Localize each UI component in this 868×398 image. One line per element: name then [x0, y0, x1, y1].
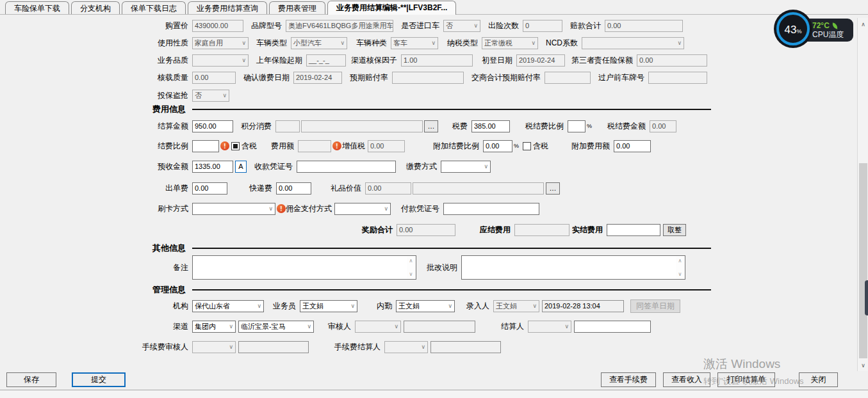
- settle-amount-input[interactable]: 950.00: [192, 120, 233, 132]
- actual-fee-label: 实结费用: [572, 225, 603, 235]
- save-button[interactable]: 保存: [6, 372, 56, 387]
- checkbox-checked-mark: [233, 144, 238, 148]
- express-fee-input[interactable]: 0.00: [276, 182, 311, 195]
- tab-download-log[interactable]: 保单下载日志: [122, 1, 186, 14]
- org-select[interactable]: 保代山东省 ∨: [192, 300, 264, 312]
- express-fee-label: 快递费: [249, 183, 272, 194]
- scrollbar-up-icon[interactable]: ∧: [858, 19, 868, 29]
- vehicle-type-value: 小型汽车: [293, 38, 322, 49]
- tax-type-select[interactable]: 正常缴税 ∨: [482, 37, 538, 49]
- tab-fee-settle-query[interactable]: 业务费用结算查询: [188, 1, 267, 14]
- amount-a-button[interactable]: A: [235, 161, 247, 173]
- fee-ratio-label: 结费比例: [0, 141, 192, 152]
- scroll-up-icon[interactable]: ∧: [678, 258, 682, 264]
- prepaid-amount-input[interactable]: 1335.00: [192, 161, 233, 173]
- other-section-title: 其他信息: [152, 243, 186, 254]
- chevron-down-icon: ∨: [340, 38, 345, 49]
- endorse-note-textarea[interactable]: ∧ ∨: [461, 255, 685, 280]
- extra-fee-ratio-input[interactable]: 0.00: [483, 140, 512, 152]
- submit-button[interactable]: 提交: [72, 372, 126, 387]
- fee-ratio-input[interactable]: [192, 140, 219, 152]
- theft-insured-select[interactable]: 否 ∨: [192, 90, 229, 102]
- chevron-down-icon: ∨: [473, 20, 478, 31]
- chevron-down-icon: ∨: [268, 203, 273, 214]
- round-button[interactable]: 取整: [663, 224, 686, 236]
- imported-select[interactable]: 否 ∨: [443, 20, 480, 32]
- ncd-select[interactable]: ∨: [582, 37, 684, 49]
- row-vehicle-3: 业务品质 ∨ 上年保险起期 __-_-_ 渠道核保因子 1.00 初登日期 20…: [0, 54, 707, 67]
- channel-factor-field: 1.00: [401, 54, 473, 67]
- row-fee-3: 预收金额 1335.00 A 收款凭证号 缴费方式 ∨: [0, 160, 491, 173]
- scroll-up-icon[interactable]: ∧: [409, 258, 413, 264]
- first-reg-date-field: 2019-02-24: [516, 54, 565, 67]
- scroll-down-icon[interactable]: ∨: [678, 271, 682, 277]
- tab-policy-download[interactable]: 车险保单下载: [5, 1, 69, 14]
- points-more-button[interactable]: …: [424, 120, 438, 132]
- payable-fee-label: 应结费用: [480, 225, 511, 235]
- chevron-down-icon: ∨: [242, 55, 246, 66]
- actual-fee-input[interactable]: [607, 224, 660, 236]
- tab-fee-table-manage[interactable]: 费用表管理: [269, 1, 325, 14]
- channel-detail-select[interactable]: 临沂宝景-宝马 ∨: [238, 321, 314, 333]
- tab-fee-settle-edit[interactable]: 业务费用结算编辑-**|LFV3B2F...: [327, 1, 456, 15]
- biz-quality-select[interactable]: ∨: [192, 54, 249, 67]
- vat-field: 0.00: [368, 140, 405, 152]
- scrollbar-down-icon[interactable]: ∨: [858, 360, 868, 370]
- receipt-no-label: 收款凭证号: [254, 161, 293, 172]
- card-method-select[interactable]: ∨: [192, 203, 275, 215]
- fee-auditor-label: 手续费审核人: [0, 342, 192, 353]
- fee-ratio-tax-checkbox[interactable]: [231, 142, 240, 150]
- scrollbar-thumb[interactable]: [859, 163, 867, 358]
- usage-label: 使用性质: [0, 38, 192, 49]
- entry-person-label: 录入人: [466, 301, 489, 312]
- biz-quality-label: 业务品质: [0, 55, 192, 66]
- usage-select[interactable]: 家庭自用 ∨: [192, 37, 249, 49]
- gift-value-label: 礼品价值: [331, 183, 361, 194]
- issue-fee-input[interactable]: 0.00: [192, 182, 227, 195]
- chevron-down-icon: ∨: [242, 38, 246, 49]
- entry-person-value: 王文娟: [496, 301, 517, 312]
- first-reg-date-label: 初登日期: [482, 55, 512, 66]
- row-fee-2: 结费比例 ! 含税 费用额 ! 增值税 0.00 附加结费比例 0.00 % 含…: [0, 139, 651, 152]
- chevron-down-icon: ∨: [257, 301, 261, 312]
- brand-model-field: 奥迪FV6461LBQBG多用途乘用车: [286, 20, 393, 32]
- vertical-scrollbar[interactable]: ∧ ∨: [857, 18, 868, 371]
- extra-fee-amount-input[interactable]: 0.00: [614, 140, 651, 152]
- settler-input[interactable]: [574, 321, 651, 333]
- combined-loss-ratio-label: 交商合计预期赔付率: [471, 72, 541, 83]
- sync-sign-date-button[interactable]: 同签单日期: [630, 299, 680, 313]
- warning-icon: !: [277, 204, 286, 213]
- textarea-scrollbar[interactable]: ∧ ∨: [676, 257, 684, 278]
- pay-method-select[interactable]: ∨: [441, 161, 491, 173]
- close-button[interactable]: 关闭: [799, 372, 838, 387]
- purchase-price-label: 购置价: [0, 20, 192, 31]
- payment-receipt-no-input[interactable]: [443, 203, 539, 215]
- channel-group-select[interactable]: 集团内 ∨: [192, 321, 236, 333]
- chevron-down-icon: ∨: [394, 321, 398, 332]
- view-fee-button[interactable]: 查看手续费: [601, 372, 656, 387]
- imported-value: 否: [446, 20, 453, 31]
- activate-windows-watermark-line2: 转到"设置"以激活 Windows: [703, 376, 804, 387]
- fee-settler-label: 手续费结算人: [334, 342, 381, 353]
- row-fee-5: 刷卡方式 ∨ ! 佣金支付方式 ∨ 付款凭证号: [0, 202, 539, 215]
- confirm-pay-date-label: 确认缴费日期: [243, 72, 290, 83]
- tax-input[interactable]: 385.00: [471, 120, 510, 132]
- fee-ratio-tax-label: 含税: [242, 141, 257, 152]
- office-staff-select[interactable]: 王文娟 ∨: [396, 300, 455, 312]
- receipt-no-input[interactable]: [297, 161, 396, 173]
- remark-textarea[interactable]: ∧ ∨: [192, 255, 416, 280]
- cpu-monitor-widget[interactable]: 72°C CPU温度 43 %: [773, 12, 853, 46]
- scroll-down-icon[interactable]: ∨: [409, 271, 413, 277]
- gift-more-button[interactable]: …: [546, 182, 560, 195]
- textarea-scrollbar[interactable]: ∧ ∨: [407, 257, 415, 278]
- vehicle-kind-select[interactable]: 客车 ∨: [391, 37, 438, 49]
- tab-bar: 车险保单下载 分支机构 保单下载日志 业务费用结算查询 费用表管理 业务费用结算…: [0, 0, 868, 15]
- tax-fee-ratio-input[interactable]: [568, 120, 585, 132]
- salesman-select[interactable]: 王文娟 ∨: [300, 300, 357, 312]
- commission-pay-method-select[interactable]: ∨: [334, 203, 391, 215]
- expected-loss-ratio-field: [392, 72, 464, 84]
- extra-fee-tax-checkbox[interactable]: [523, 142, 531, 150]
- gift-value-field-2: [413, 182, 544, 195]
- vehicle-type-select[interactable]: 小型汽车 ∨: [291, 37, 347, 49]
- tab-branch-orgs[interactable]: 分支机构: [71, 1, 120, 14]
